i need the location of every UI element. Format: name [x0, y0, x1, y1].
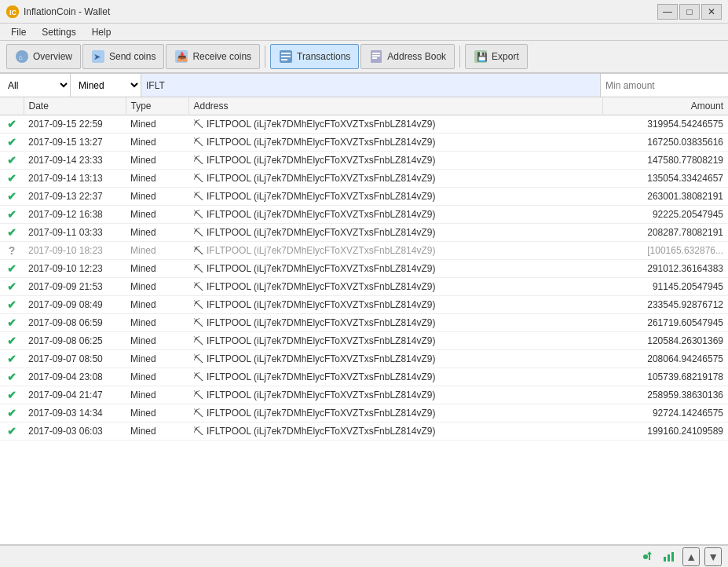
cell-amount: 91145.20547945: [602, 278, 728, 296]
receive-coins-label: Receive coins: [192, 51, 251, 62]
overview-icon: ⌂: [15, 49, 29, 64]
filter-bar: All Sent Received Mined Mined All: [0, 74, 728, 97]
maximize-button[interactable]: □: [679, 4, 700, 20]
cell-amount: 208064.94246575: [602, 350, 728, 368]
cell-status: ✔: [0, 206, 24, 224]
mining-icon: ⛏: [193, 281, 203, 293]
address-text: IFLTPOOL (iLj7ek7DMhElycFToXVZTxsFnbLZ81…: [207, 426, 435, 437]
toolbar-separator-1: [265, 46, 265, 68]
mining-icon: ⛏: [193, 335, 203, 347]
mining-icon: ⛏: [193, 173, 203, 185]
cell-date: 2017-09-04 21:47: [24, 386, 126, 404]
send-coins-button[interactable]: ➤ Send coins: [82, 44, 164, 69]
cell-date: 2017-09-08 06:59: [24, 314, 126, 332]
cell-date: 2017-09-04 23:08: [24, 368, 126, 386]
cell-type: Mined: [126, 386, 188, 404]
table-row: ✔ 2017-09-14 13:13 Mined ⛏ IFLTPOOL (iLj…: [0, 170, 728, 188]
table-row: ✔ 2017-09-03 06:03 Mined ⛏ IFLTPOOL (iLj…: [0, 423, 728, 441]
table-row: ✔ 2017-09-09 08:49 Mined ⛏ IFLTPOOL (iLj…: [0, 296, 728, 314]
mining-icon: ⛏: [193, 227, 203, 239]
status-ok-icon: ✔: [7, 118, 16, 130]
svg-rect-23: [671, 552, 674, 562]
type-filter-mined[interactable]: Mined All: [71, 74, 141, 97]
cell-date: 2017-09-11 03:33: [24, 224, 126, 242]
cell-date: 2017-09-15 22:59: [24, 115, 126, 134]
status-ok-icon: ✔: [7, 172, 16, 185]
cell-amount: 92724.14246575: [602, 404, 728, 423]
table-row: ✔ 2017-09-07 08:50 Mined ⛏ IFLTPOOL (iLj…: [0, 350, 728, 368]
type-filter-all[interactable]: All Sent Received Mined: [0, 74, 71, 97]
cell-type: Mined: [126, 296, 188, 314]
cell-status: ✔: [0, 386, 24, 404]
table-row: ✔ 2017-09-11 03:33 Mined ⛏ IFLTPOOL (iLj…: [0, 224, 728, 242]
send-coins-label: Send coins: [109, 51, 155, 62]
cell-date: 2017-09-10 18:23: [24, 242, 126, 260]
address-book-label: Address Book: [387, 51, 446, 62]
cell-address: ⛏ IFLTPOOL (iLj7ek7DMhElycFToXVZTxsFnbLZ…: [188, 224, 602, 242]
transactions-table-container[interactable]: Date Type Address Amount ✔ 2017-09-15 22…: [0, 97, 728, 545]
status-ok-icon: ✔: [7, 280, 16, 293]
cell-address: ⛏ IFLTPOOL (iLj7ek7DMhElycFToXVZTxsFnbLZ…: [188, 278, 602, 296]
menu-settings[interactable]: Settings: [34, 25, 83, 39]
mining-icon: ⛏: [193, 408, 203, 419]
receive-coins-button[interactable]: 📥 Receive coins: [166, 44, 260, 69]
cell-amount: 258959.38630136: [602, 386, 728, 404]
scroll-up-btn[interactable]: ▲: [682, 547, 700, 566]
status-ok-icon: ✔: [7, 425, 16, 437]
address-text: IFLTPOOL (iLj7ek7DMhElycFToXVZTxsFnbLZ81…: [207, 209, 435, 220]
mining-icon: ⛏: [193, 426, 203, 437]
status-ok-icon: ✔: [7, 389, 16, 401]
cell-status: ✔: [0, 188, 24, 206]
overview-button[interactable]: ⌂ Overview: [6, 44, 81, 69]
cell-status: ✔: [0, 332, 24, 350]
transactions-button[interactable]: Transactions: [270, 44, 359, 69]
cell-type: Mined: [126, 314, 188, 332]
status-ok-icon: ✔: [7, 353, 16, 365]
min-amount-input[interactable]: [605, 80, 723, 91]
cell-date: 2017-09-09 21:53: [24, 278, 126, 296]
close-button[interactable]: ✕: [701, 4, 722, 20]
menu-file[interactable]: File: [3, 25, 34, 39]
cell-date: 2017-09-14 23:33: [24, 152, 126, 170]
cell-date: 2017-09-15 13:27: [24, 134, 126, 152]
cell-status: ✔: [0, 423, 24, 441]
menu-help[interactable]: Help: [84, 25, 119, 39]
search-input[interactable]: [146, 80, 595, 91]
window-controls: — □ ✕: [657, 4, 722, 20]
scroll-down-btn[interactable]: ▼: [704, 547, 722, 566]
address-text: IFLTPOOL (iLj7ek7DMhElycFToXVZTxsFnbLZ81…: [207, 281, 435, 292]
status-ok-icon: ✔: [7, 226, 16, 239]
title-bar: IC InflationCoin - Wallet — □ ✕: [0, 0, 728, 24]
address-text: IFLTPOOL (iLj7ek7DMhElycFToXVZTxsFnbLZ81…: [207, 191, 435, 202]
mining-icon: ⛏: [193, 371, 203, 383]
minimize-button[interactable]: —: [657, 4, 678, 20]
cell-status: ✔: [0, 278, 24, 296]
svg-text:⌂: ⌂: [19, 53, 23, 61]
cell-type: Mined: [126, 332, 188, 350]
cell-type: Mined: [126, 224, 188, 242]
cell-amount: 105739.68219178: [602, 368, 728, 386]
address-book-button[interactable]: Address Book: [360, 44, 455, 69]
table-row: ✔ 2017-09-12 16:38 Mined ⛏ IFLTPOOL (iLj…: [0, 206, 728, 224]
cell-status: ?: [0, 242, 24, 260]
table-row: ? 2017-09-10 18:23 Mined ⛏ IFLTPOOL (iLj…: [0, 242, 728, 260]
cell-address: ⛏ IFLTPOOL (iLj7ek7DMhElycFToXVZTxsFnbLZ…: [188, 260, 602, 278]
app-icon: IC: [6, 5, 19, 18]
export-button[interactable]: 💾 Export: [465, 44, 528, 69]
mining-icon: ⛏: [193, 209, 203, 221]
svg-rect-13: [372, 53, 380, 54]
cell-type: Mined: [126, 423, 188, 441]
col-type: Type: [126, 97, 188, 115]
address-text: IFLTPOOL (iLj7ek7DMhElycFToXVZTxsFnbLZ81…: [207, 227, 435, 238]
svg-text:IC: IC: [9, 9, 17, 16]
status-arrows: [642, 549, 657, 565]
cell-status: ✔: [0, 152, 24, 170]
address-text: IFLTPOOL (iLj7ek7DMhElycFToXVZTxsFnbLZ81…: [207, 245, 435, 256]
cell-amount: 135054.33424657: [602, 170, 728, 188]
address-text: IFLTPOOL (iLj7ek7DMhElycFToXVZTxsFnbLZ81…: [207, 119, 435, 130]
status-bar: ▲ ▼: [0, 545, 728, 567]
cell-date: 2017-09-12 16:38: [24, 206, 126, 224]
sync-icon: [662, 549, 678, 565]
cell-type: Mined: [126, 260, 188, 278]
cell-amount: 261719.60547945: [602, 314, 728, 332]
